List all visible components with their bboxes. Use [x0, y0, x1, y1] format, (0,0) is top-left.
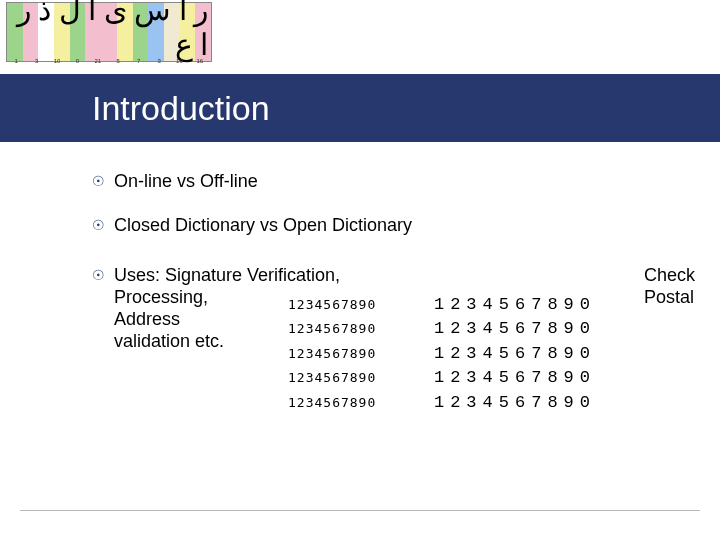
digit-row: 1234567890 1234567890 [288, 319, 596, 339]
digit-seg: 1234567890 [434, 368, 596, 387]
list-item-text: Closed Dictionary vs Open Dictionary [114, 214, 412, 236]
digit-seg: 1234567890 [434, 393, 596, 412]
digit-dotted: 1234567890 [288, 321, 376, 336]
uses-right-text: Check Postal [644, 264, 695, 308]
bullet-icon: ☉ [92, 264, 114, 286]
strip-scale-label: 3 [149, 58, 169, 70]
footer-divider [20, 510, 700, 511]
list-item: ☉ Closed Dictionary vs Open Dictionary [92, 214, 680, 236]
strip-scale-label: 10 [47, 58, 67, 70]
uses-line: Postal [644, 286, 695, 308]
uses-line: Uses: Signature Verification, [114, 264, 454, 286]
strip-scale-labels: 1 3 10 0 21 5 7 3 10 16 [6, 58, 210, 70]
strip-scale-label: 5 [108, 58, 128, 70]
digit-seg: 1234567890 [434, 319, 596, 338]
bullet-icon: ☉ [92, 170, 114, 192]
page-title: Introduction [92, 89, 270, 128]
digit-row: 1234567890 1234567890 [288, 294, 596, 314]
bullet-list: ☉ On-line vs Off-line ☉ Closed Dictionar… [92, 170, 680, 258]
strip-scale-label: 7 [128, 58, 148, 70]
title-bar: Introduction [0, 74, 720, 142]
digit-row: 1234567890 1234567890 [288, 343, 596, 363]
digit-dotted: 1234567890 [288, 395, 376, 410]
strip-scale-label: 0 [67, 58, 87, 70]
uses-line: Check [644, 264, 695, 286]
slide: ر ا س ى ا ل ذ ر ا ع 1 3 10 0 21 5 7 3 10… [0, 0, 720, 540]
strip-scale-label: 1 [6, 58, 26, 70]
bullet-icon: ☉ [92, 214, 114, 236]
strip-scale-label: 21 [88, 58, 108, 70]
strip-scale-label: 10 [169, 58, 189, 70]
digit-dotted: 1234567890 [288, 370, 376, 385]
strip-scale-label: 3 [26, 58, 46, 70]
list-item: ☉ On-line vs Off-line [92, 170, 680, 192]
strip-scale-label: 16 [190, 58, 210, 70]
list-item-text: On-line vs Off-line [114, 170, 258, 192]
digit-dotted: 1234567890 [288, 297, 376, 312]
digit-seg: 1234567890 [434, 344, 596, 363]
header-arabic-script: ر ا س ى ا ل ذ ر ا ع [8, 4, 208, 50]
digit-row: 1234567890 1234567890 [288, 392, 596, 412]
digit-seg: 1234567890 [434, 295, 596, 314]
digit-dotted: 1234567890 [288, 346, 376, 361]
digit-samples-image: 1234567890 1234567890 1234567890 1234567… [288, 294, 596, 412]
digit-row: 1234567890 1234567890 [288, 368, 596, 388]
